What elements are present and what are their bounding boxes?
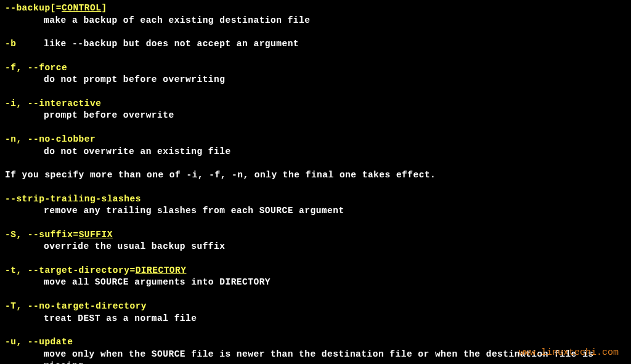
option-notarget: -T, --no-target-directory treat DEST as …: [5, 301, 626, 325]
option-backup: --backup[=CONTROL] make a backup of each…: [5, 2, 626, 26]
option-description: prompt before overwrite: [5, 110, 626, 122]
option-flag-prefix: -S, --suffix=: [5, 230, 79, 240]
option-flag-arg: SUFFIX: [79, 230, 113, 240]
option-description: make a backup of each existing destinati…: [5, 15, 626, 27]
option-flag-suffix: ]: [101, 3, 107, 13]
option-flag-arg: CONTROL: [62, 3, 101, 13]
option-note: If you specify more than one of -i, -f, …: [5, 169, 626, 182]
option-description: move all SOURCE arguments into DIRECTORY: [5, 277, 626, 289]
option-flag: -f, --force: [5, 62, 626, 75]
option-flag: -i, --interactive: [5, 98, 626, 110]
man-page-content: --backup[=CONTROL] make a backup of each…: [5, 2, 626, 364]
option-flag-prefix: --backup[=: [5, 3, 62, 13]
option-flag: -n, --no-clobber: [5, 134, 626, 146]
option-strip: --strip-trailing-slashes remove any trai…: [5, 193, 626, 217]
option-interactive: -i, --interactive prompt before overwrit…: [5, 98, 626, 122]
option-flag-prefix: -t, --target-directory=: [5, 265, 136, 275]
watermark-text: www.linuxtechi.com: [519, 347, 619, 359]
option-description: do not overwrite an existing file: [5, 146, 626, 158]
option-noclobber: -n, --no-clobber do not overwrite an exi…: [5, 134, 626, 158]
option-force: -f, --force do not prompt before overwri…: [5, 62, 626, 86]
option-description: override the usual backup suffix: [5, 241, 626, 253]
option-flag-line: -S, --suffix=SUFFIX: [5, 229, 626, 241]
option-flag: -b: [5, 38, 44, 51]
option-description: treat DEST as a normal file: [5, 313, 626, 325]
option-suffix: -S, --suffix=SUFFIX override the usual b…: [5, 229, 626, 253]
option-target: -t, --target-directory=DIRECTORY move al…: [5, 265, 626, 289]
option-flag: -T, --no-target-directory: [5, 301, 626, 313]
option-flag-line: --backup[=CONTROL]: [5, 2, 626, 15]
option-description: do not prompt before overwriting: [5, 74, 626, 86]
option-description: like --backup but does not accept an arg…: [44, 38, 299, 51]
option-b: -b like --backup but does not accept an …: [5, 38, 626, 51]
option-description: remove any trailing slashes from each SO…: [5, 205, 626, 217]
option-flag-arg: DIRECTORY: [136, 265, 187, 275]
option-flag: --strip-trailing-slashes: [5, 193, 626, 206]
option-flag-line: -t, --target-directory=DIRECTORY: [5, 265, 626, 277]
